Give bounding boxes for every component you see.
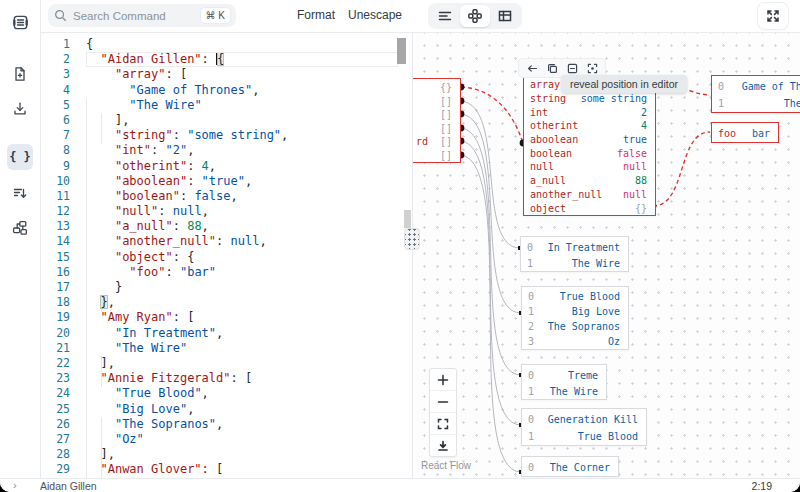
- overview-ruler-mark: [404, 210, 411, 228]
- graph-node-got[interactable]: 0Game of Thrones1The Wire: [711, 75, 800, 113]
- format-button[interactable]: Format: [297, 8, 335, 22]
- code-line: 13 "a_null": 88,: [40, 219, 398, 234]
- code-line: 25 "Big Love",: [40, 402, 398, 417]
- graph-edge: [461, 128, 521, 375]
- line-number: 7: [40, 128, 70, 143]
- editor-scrollbar[interactable]: [397, 38, 406, 64]
- focus-icon[interactable]: [586, 62, 598, 74]
- reactflow-attribution[interactable]: React Flow: [421, 460, 471, 471]
- table-view-icon: [498, 9, 512, 23]
- code-line: 28 ],: [40, 447, 398, 462]
- back-icon[interactable]: [526, 62, 538, 74]
- node-row: otherint4: [524, 119, 655, 133]
- node-row: 0True Blood: [522, 289, 628, 304]
- line-number: 1: [40, 37, 70, 52]
- search-icon: [54, 9, 67, 22]
- text-view-button[interactable]: [430, 5, 460, 27]
- line-number: 8: [40, 143, 70, 158]
- node-row: 1Big Love: [522, 304, 628, 319]
- collapse-node-icon[interactable]: [566, 62, 578, 74]
- node-row: 1The Wire: [521, 255, 628, 271]
- search-shortcut-badge: ⌘ K: [201, 8, 230, 23]
- line-number: 27: [40, 432, 70, 447]
- download-icon[interactable]: [7, 96, 33, 122]
- code-line: 24 "True Blood",: [40, 386, 398, 401]
- line-number: 11: [40, 189, 70, 204]
- graph-node-aidan[interactable]: array[]stringsome stringint2otherint4abo…: [523, 75, 656, 216]
- line-number: 3: [40, 67, 70, 82]
- line-number: 19: [40, 310, 70, 325]
- line-number: 25: [40, 402, 70, 417]
- node-row: []: [412, 108, 460, 122]
- sidebar: { }: [0, 0, 41, 478]
- graph-node-anwan[interactable]: 0Treme1The Wire: [521, 364, 607, 400]
- graph-edge: [653, 132, 710, 206]
- code-line: 3 "array": [: [40, 67, 398, 82]
- node-row: []: [412, 122, 460, 136]
- search-input[interactable]: Search Command ⌘ K: [48, 4, 236, 27]
- line-number: 2: [40, 52, 70, 67]
- canvas-controls: [429, 368, 457, 457]
- line-number: 17: [40, 280, 70, 295]
- code-line: 17 }: [40, 280, 398, 295]
- graph-node-foo[interactable]: foobar: [711, 122, 779, 143]
- node-row: 3Oz: [522, 334, 628, 349]
- status-bar: › Aidan Gillen 2:19: [0, 478, 800, 492]
- app-logo-icon[interactable]: [7, 9, 33, 35]
- copy-icon[interactable]: [546, 62, 558, 74]
- code-line: 23 "Annie Fitzgerald": [: [40, 371, 398, 386]
- sort-lines-icon[interactable]: [7, 180, 33, 206]
- code-editor[interactable]: 1{2 "Aidan Gillen": {3 "array": [4 "Game…: [40, 32, 412, 478]
- node-row: 0Generation Kill: [522, 411, 646, 428]
- line-number: 12: [40, 204, 70, 219]
- graph-view-button[interactable]: [460, 5, 490, 27]
- graph-node-root[interactable]: {}[][][]rd[][]: [412, 78, 461, 163]
- node-row: booleanfalse: [524, 146, 655, 160]
- node-row: 0The Corner: [522, 459, 618, 476]
- graph-node-alice[interactable]: 0The Corner: [521, 456, 619, 477]
- graph-view-icon: [468, 9, 482, 23]
- graph-canvas[interactable]: {}[][][]rd[][]array[]stringsome stringin…: [412, 32, 800, 478]
- file-import-icon[interactable]: [7, 61, 33, 87]
- code-line: 9 "otherint": 4,: [40, 159, 398, 174]
- node-row: []: [412, 95, 460, 109]
- line-number: 23: [40, 371, 70, 386]
- line-number: 10: [40, 174, 70, 189]
- graph-edge: [461, 101, 520, 248]
- code-line: 11 "boolean": false,: [40, 189, 398, 204]
- unescape-button[interactable]: Unescape: [348, 8, 402, 22]
- code-line: 26 "The Sopranos",: [40, 417, 398, 432]
- code-line: 20 "In Treatment",: [40, 326, 398, 341]
- code-line: 10 "aboolean": "true",: [40, 174, 398, 189]
- fit-view-button[interactable]: [430, 413, 456, 435]
- fullscreen-button[interactable]: [758, 3, 788, 29]
- download-image-button[interactable]: [430, 435, 456, 456]
- node-row: another_nullnull: [524, 188, 655, 202]
- editor-lines: 1{2 "Aidan Gillen": {3 "array": [4 "Game…: [40, 37, 398, 477]
- graph-node-amy[interactable]: 0In Treatment1The Wire: [520, 236, 629, 272]
- code-line: 6 ],: [40, 113, 398, 128]
- text-view-icon: [438, 9, 452, 23]
- zoom-in-button[interactable]: [430, 369, 456, 391]
- code-line: 5 "The Wire": [40, 98, 398, 113]
- json-braces-icon[interactable]: { }: [7, 144, 33, 170]
- code-line: 15 "object": {: [40, 250, 398, 265]
- panel-resize-handle[interactable]: [404, 228, 420, 250]
- code-line: 2 "Aidan Gillen": {: [40, 52, 398, 67]
- line-number: 5: [40, 98, 70, 113]
- node-row: int2: [524, 105, 655, 119]
- table-view-button[interactable]: [490, 5, 520, 27]
- graph-node-annie[interactable]: 0True Blood1Big Love2The Sopranos3Oz: [521, 286, 629, 350]
- code-line: 18 },: [40, 295, 398, 310]
- code-line: 19 "Amy Ryan": [: [40, 310, 398, 325]
- breadcrumb-chevron-icon[interactable]: ›: [13, 479, 17, 491]
- line-number: 18: [40, 295, 70, 310]
- graph-node-alex[interactable]: 0Generation Kill1True Blood: [521, 408, 647, 446]
- node-hierarchy-icon[interactable]: [7, 215, 33, 241]
- zoom-out-button[interactable]: [430, 391, 456, 413]
- code-line: 4 "Game of Thrones",: [40, 83, 398, 98]
- line-number: 15: [40, 250, 70, 265]
- line-number: 16: [40, 265, 70, 280]
- code-line: 29 "Anwan Glover": [: [40, 462, 398, 477]
- node-row: a_null88: [524, 174, 655, 188]
